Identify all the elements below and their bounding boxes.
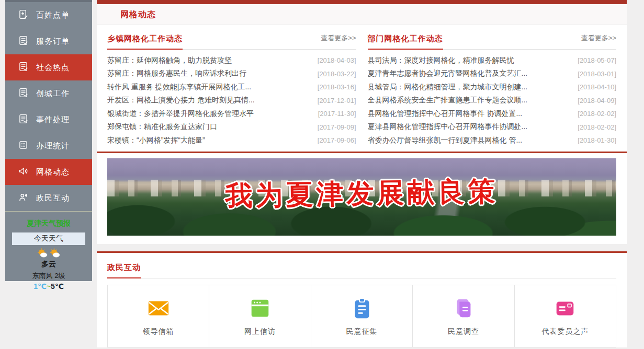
card-label: 代表委员之声 [541,327,589,336]
news-item-title: 苏留庄：延伸网格触角，助力脱贫攻坚 [107,56,232,65]
news-item-title: 宋楼镇：“小网格”发挥“大能量” [107,136,205,145]
speaker-icon [18,166,29,178]
sidebar-item-label: 事件处理 [36,115,70,125]
news-item-date: [2018-01-30] [578,136,616,144]
banner-section: 我为夏津发展献良策 [97,153,627,244]
sidebar-item-shehuiredian[interactable]: 社会热点 [5,54,92,80]
news-list: 县司法局：深度对接网格化，精准服务解民忧 [2018-05-07] 夏津青年志愿… [368,54,617,147]
sidebar-item-label: 服务订单 [36,37,70,46]
sidebar-item-fuwudingdan[interactable]: 服务订单 [5,28,92,54]
column-header: 部门网格化工作动态 查看更多>> [368,32,617,50]
news-item[interactable]: 县城管局：网格化精细管理，聚力城市文明创建... [2018-04-10] [368,80,617,94]
news-item[interactable]: 郑保屯镇：精准化服务直达家门口 [2017-09-09] [107,121,356,134]
column-title: 乡镇网格化工作动态 [107,34,183,50]
news-item-title: 县城管局：网格化精细管理，聚力城市文明创建... [368,83,528,92]
sidebar-divider [5,211,92,212]
news-item-title: 夏津青年志愿者协会迎元宵暨网格化普及文艺汇... [368,69,528,78]
top-red-bar [97,0,627,4]
news-item[interactable]: 宋楼镇：“小网格”发挥“大能量” [2017-09-06] [107,134,356,147]
news-item-title: 夏津县网格化管理指挥中心召开网格事件协调处... [368,122,528,132]
news-item[interactable]: 苏留庄：网格服务惠民生，响应诉求利出行 [2018-03-22] [107,67,356,81]
list-check-icon [18,35,29,48]
news-item-title: 转作风 重服务 提效能|东李镇开展网格化工... [107,83,251,92]
sidebar-item-shijianchuli[interactable]: 事件处理 [5,107,92,133]
news-item[interactable]: 苏留庄：延伸网格触角，助力脱贫攻坚 [2018-04-03] [107,54,356,67]
news-item-title: 全县网格系统安全生产排查隐患工作专题会议顺... [368,96,528,105]
news-section: 乡镇网格化工作动态 查看更多>> 苏留庄：延伸网格触角，助力脱贫攻坚 [2018… [97,25,627,153]
weather-widget: 夏津天气预报 今天天气 多云 东南风 2级 1℃~5℃ [5,219,92,290]
weather-condition: 多云 [5,260,92,269]
sidebar-item-chuangchenggongzuo[interactable]: 创城工作 [5,80,92,107]
section-header: 政民互动 [107,261,616,278]
card-label: 领导信箱 [143,327,174,336]
news-item-title: 开发区：网格上演爱心接力 危难时刻见真情... [107,96,255,105]
news-item-date: [2017-11-30] [318,110,356,118]
browser-icon [247,296,273,320]
news-item[interactable]: 全县网格系统安全生产排查隐患工作专题会议顺... [2018-04-09] [368,94,617,108]
interaction-cards: 领导信箱 网上信访 民意征集 [107,285,616,347]
sun-cloud-icon [37,248,48,259]
main-content: 网格动态 乡镇网格化工作动态 查看更多>> 苏留庄：延伸网格触角，助力脱贫攻坚 … [97,0,627,349]
city-banner[interactable]: 我为夏津发展献良策 [107,158,616,236]
grid-dots-icon [18,139,29,152]
sidebar-item-banlitongji[interactable]: 办理统计 [5,133,92,159]
weather-today-label: 今天天气 [12,232,85,245]
sidebar-item-wanggedongtai[interactable]: 网格动态 [5,159,92,185]
card-label: 民意调查 [448,327,479,336]
clipboard-icon [349,296,375,320]
card-representative-voice[interactable]: 代表委员之声 [515,285,616,347]
weather-wind: 东南风 2级 [5,271,92,281]
card-leader-mailbox[interactable]: 领导信箱 [108,285,209,347]
list-check-icon [18,87,29,100]
sidebar-item-baixingdiandan[interactable]: 百姓点单 [5,2,92,28]
page-title: 网格动态 [97,4,627,25]
weather-icons [5,248,92,259]
column-header: 乡镇网格化工作动态 查看更多>> [107,32,356,50]
news-item[interactable]: 夏津县网格化管理指挥中心召开网格事件协调处... [2018-02-02] [368,121,617,134]
news-item-date: [2018-02-02] [578,123,616,131]
interaction-section: 政民互动 领导信箱 网上信访 [97,253,627,347]
weather-temperature: 1℃~5℃ [5,282,92,290]
more-link[interactable]: 查看更多>> [321,33,356,43]
sidebar: 百姓点单 服务订单 社会热点 创城工作 事件处理 办理统计 网格动态 政民互动 … [5,0,92,281]
news-item-date: [2018-05-07] [578,56,616,64]
news-item[interactable]: 夏津青年志愿者协会迎元宵暨网格化普及文艺汇... [2018-03-01] [368,67,617,81]
list-check-icon [18,61,29,74]
news-item[interactable]: 县网格化管理指挥中心召开网格事件 协调处置... [2018-02-02] [368,107,617,121]
card-online-petition[interactable]: 网上信访 [209,285,311,347]
news-item-date: [2018-04-09] [578,97,616,104]
news-item-title: 苏留庄：网格服务惠民生，响应诉求利出行 [107,69,246,78]
card-opinion-collection[interactable]: 民意征集 [311,285,413,347]
sidebar-item-label: 创城工作 [36,89,70,99]
news-item-date: [2017-12-01] [318,97,356,104]
sidebar-item-label: 办理统计 [36,141,70,151]
people-icon [18,192,29,204]
news-column-department: 部门网格化工作动态 查看更多>> 县司法局：深度对接网格化，精准服务解民忧 [2… [368,32,617,152]
more-link[interactable]: 查看更多>> [581,33,616,43]
news-item[interactable]: 省委办公厅督导组张凯一行到夏津县网格化 管... [2018-01-30] [368,134,617,147]
news-column-township: 乡镇网格化工作动态 查看更多>> 苏留庄：延伸网格触角，助力脱贫攻坚 [2018… [107,32,356,152]
news-item[interactable]: 银城街道：多措并举提升网格化服务管理水平 [2017-11-30] [107,107,356,121]
news-item[interactable]: 县司法局：深度对接网格化，精准服务解民忧 [2018-05-07] [368,54,617,67]
news-item-date: [2017-09-09] [318,123,356,131]
mail-icon [145,296,172,320]
news-item[interactable]: 转作风 重服务 提效能|东李镇开展网格化工... [2018-03-16] [107,80,356,94]
news-item-date: [2018-03-22] [318,70,356,78]
banner-slogan: 我为夏津发展献良策 [107,171,616,217]
news-list: 苏留庄：延伸网格触角，助力脱贫攻坚 [2018-04-03] 苏留庄：网格服务惠… [107,54,356,147]
card-opinion-survey[interactable]: 民意调查 [413,285,514,347]
news-item-date: [2018-04-03] [318,56,356,64]
sidebar-item-label: 网格动态 [36,167,70,177]
list-check-icon [18,113,29,126]
sidebar-item-zhengminhudong[interactable]: 政民互动 [5,185,92,211]
sidebar-item-label: 社会热点 [36,63,70,73]
card-label: 网上信访 [244,327,276,336]
news-item-title: 郑保屯镇：精准化服务直达家门口 [107,122,217,132]
news-item-title: 县网格化管理指挥中心召开网格事件 协调处置... [368,109,523,119]
section-title: 政民互动 [107,263,141,278]
column-title: 部门网格化工作动态 [368,34,443,50]
news-item[interactable]: 开发区：网格上演爱心接力 危难时刻见真情... [2017-12-01] [107,94,356,108]
news-item-title: 省委办公厅督导组张凯一行到夏津县网格化 管... [368,136,523,145]
card-label: 民意征集 [346,327,378,336]
documents-icon [450,296,477,320]
